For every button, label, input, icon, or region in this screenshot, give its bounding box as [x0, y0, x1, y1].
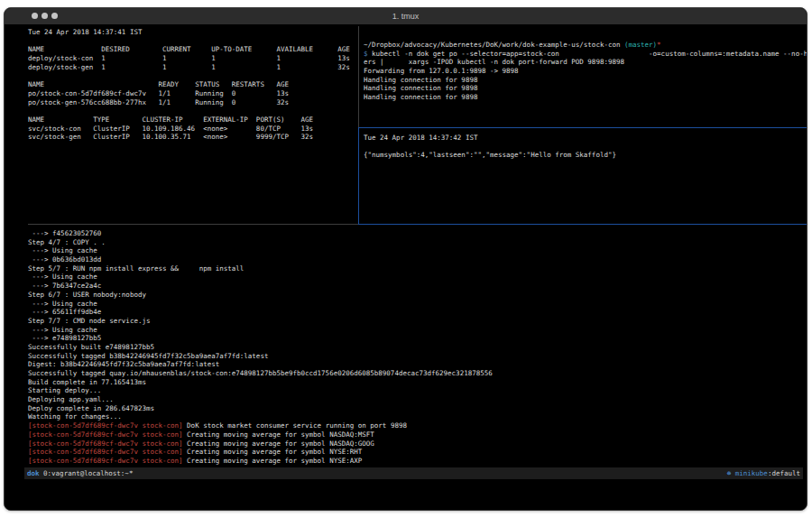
terminal-line: svc/stock-gen ClusterIP 10.100.35.71 <no…	[28, 133, 358, 142]
terminal-line: Watching for changes...	[28, 412, 790, 421]
terminal-line: Step 5/7 : RUN npm install express && np…	[28, 264, 790, 273]
tmux-status-right: ☸ minikube:default	[727, 469, 800, 478]
terminal-line: [stock-con-5d7df689cf-dwc7v stock-con] C…	[28, 430, 790, 439]
kube-namespace-label: :default	[768, 469, 800, 477]
terminal-line: deploy/stock-con 1 1 1 1 13s	[28, 54, 358, 63]
tmux-window-label[interactable]: 0:vagrant@localhost:~*	[40, 469, 134, 477]
tmux-session-name[interactable]: dok	[27, 469, 40, 477]
pane-kubectl-watch-output[interactable]: Tue 24 Apr 2018 14:37:41 IST NAME DESIRE…	[28, 28, 358, 142]
terminal-line: Successfully tagged b38b42246945fd7f32c5…	[28, 352, 790, 361]
pane-divider-vertical-active[interactable]	[358, 127, 359, 224]
terminal-line: ~/Dropbox/advocacy/Kubernetes/DoK/work/d…	[364, 41, 805, 50]
terminal-line: Starting deploy...	[28, 386, 790, 395]
terminal-line	[28, 37, 358, 46]
terminal-line: Successfully tagged quay.io/mhausenblas/…	[28, 369, 790, 378]
pane-divider-horizontal-active-top[interactable]	[358, 127, 807, 128]
terminal-line: Tue 24 Apr 2018 14:37:42 IST	[364, 134, 805, 143]
terminal-line: [stock-con-5d7df689cf-dwc7v stock-con] C…	[28, 448, 790, 457]
terminal-line: ---> Using cache	[28, 300, 790, 309]
terminal-line: deploy/stock-gen 1 1 1 1 32s	[28, 63, 358, 72]
terminal-line: ---> Using cache	[28, 246, 790, 255]
terminal-line	[364, 143, 805, 152]
pane-service-response[interactable]: Tue 24 Apr 2018 14:37:42 IST {"numsymbol…	[364, 134, 805, 160]
terminal-line: po/stock-gen-576cc688bb-277hx 1/1 Runnin…	[28, 98, 358, 107]
terminal-line: po/stock-con-5d7df689cf-dwc7v 1/1 Runnin…	[28, 89, 358, 98]
terminal-line	[28, 71, 358, 80]
terminal-line	[28, 106, 358, 116]
terminal-line: Step 4/7 : COPY . .	[28, 238, 790, 247]
terminal-line: Deploy complete in 286.647823ms	[28, 404, 790, 413]
kube-context-label: minikube	[731, 469, 768, 477]
pane-divider-horizontal[interactable]	[28, 224, 358, 225]
terminal-line: ---> Using cache	[28, 273, 790, 282]
tmux-status-bar: dok 0:vagrant@localhost:~* ☸ minikube:de…	[24, 467, 803, 479]
terminal-line: [stock-con-5d7df689cf-dwc7v stock-con] C…	[28, 439, 790, 449]
terminal-line: ---> e74898127bb5	[28, 334, 790, 343]
terminal-line: Step 6/7 : USER nobody:nobody	[28, 291, 790, 300]
terminal-line: [stock-con-5d7df689cf-dwc7v stock-con] D…	[28, 421, 790, 430]
terminal-line: Handling connection for 9898	[364, 76, 805, 85]
screenshot-page: 1. tmux Tue 24 Apr 2018 14:37:41 IST NAM…	[0, 0, 812, 518]
terminal-line: Digest: b38b42246945fd7f32c5ba9aea7af7fd…	[28, 360, 790, 369]
tmux-terminal[interactable]: Tue 24 Apr 2018 14:37:41 IST NAME DESIRE…	[5, 24, 807, 510]
terminal-line: ers | xargs -IPOD kubectl -n dok port-fo…	[364, 58, 805, 67]
terminal-line: Forwarding from 127.0.0.1:9898 -> 9898	[364, 67, 805, 76]
terminal-line: svc/stock-con ClusterIP 10.109.186.46 <n…	[28, 125, 358, 134]
terminal-line: NAME TYPE CLUSTER-IP EXTERNAL-IP PORT(S)…	[28, 116, 358, 125]
terminal-window: 1. tmux Tue 24 Apr 2018 14:37:41 IST NAM…	[4, 7, 807, 511]
window-title: 1. tmux	[5, 8, 807, 24]
window-titlebar[interactable]: 1. tmux	[5, 8, 807, 25]
terminal-line: Handling connection for 9898	[364, 93, 805, 102]
pane-skaffold-build-log[interactable]: ---> f45623052760Step 4/7 : COPY . . ---…	[28, 229, 790, 466]
terminal-line: ---> f45623052760	[28, 229, 790, 238]
terminal-line: [stock-con-5d7df689cf-dwc7v stock-con] C…	[28, 457, 790, 466]
terminal-line: ---> 7b6347ce2a4c	[28, 282, 790, 291]
terminal-line: Successfully built e74898127bb5	[28, 343, 790, 352]
pane-divider-vertical[interactable]	[358, 26, 359, 127]
pane-divider-horizontal-active-bottom[interactable]	[358, 224, 807, 225]
terminal-line: ---> 65611ff9db4e	[28, 308, 790, 317]
terminal-line: $ kubectl -n dok get po --selector=app=s…	[364, 50, 805, 59]
pane-port-forward-shell[interactable]: ~/Dropbox/advocacy/Kubernetes/DoK/work/d…	[364, 41, 805, 102]
terminal-line: Step 7/7 : CMD node service.js	[28, 317, 790, 326]
terminal-line: Deploying app.yaml...	[28, 395, 790, 404]
terminal-line: Tue 24 Apr 2018 14:37:41 IST	[28, 28, 358, 37]
terminal-line: NAME READY STATUS RESTARTS AGE	[28, 80, 358, 89]
terminal-line: Build complete in 77.165413ms	[28, 378, 790, 387]
terminal-line: Handling connection for 9898	[364, 84, 805, 93]
terminal-line: {"numsymbols":4,"lastseen":"","message":…	[364, 151, 805, 160]
tmux-status-left: dok 0:vagrant@localhost:~*	[27, 469, 133, 478]
terminal-line: ---> 0b636bd013dd	[28, 255, 790, 264]
terminal-line: ---> Using cache	[28, 326, 790, 335]
terminal-line: NAME DESIRED CURRENT UP-TO-DATE AVAILABL…	[28, 45, 358, 54]
